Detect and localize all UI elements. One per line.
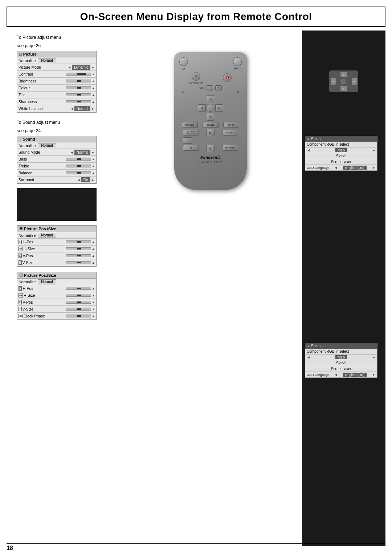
setup-title-top: ≡ Setup — [305, 136, 377, 142]
vpos-row-2: □ V-Pos ▲ — [17, 299, 96, 306]
vol-minus-button[interactable]: − — [207, 85, 213, 90]
osd-language-top: OSD Language ◄ English (UK) ► — [305, 165, 377, 171]
bottom-border — [7, 543, 385, 544]
picture-normalise-row: Normalise Normal — [17, 57, 96, 64]
brightness-bar: ▲ — [66, 80, 95, 83]
vsize-row-1: ↕ V-Size ▲ — [17, 259, 96, 266]
dpad-illustration: ▲ ▼ ◄ ► — [329, 70, 358, 92]
pos-size-menu-2: ⊞ Picture Pos./Size Normalise Normal □ H… — [17, 272, 97, 320]
pos-size-2-icon: ⊞ — [19, 273, 23, 278]
picture-mode-left-arrow[interactable]: ◄ — [68, 65, 71, 69]
surround-button[interactable]: ⊕ — [192, 72, 200, 81]
treble-bar: ▲ — [66, 165, 95, 168]
dpad-up[interactable]: ▲ — [207, 95, 214, 103]
hpos-row-2: □ H-Pos ▲ — [17, 285, 96, 292]
osd-left-arrow-top[interactable]: ◄ — [334, 166, 338, 170]
rgb-right-arrow-top[interactable]: ► — [372, 148, 376, 152]
picture-sound-setup-row: PICTURE SOUND SET UP — [179, 122, 242, 128]
setup-button[interactable]: SET UP — [223, 122, 239, 128]
timer-icon-button[interactable]: ⏱ — [207, 145, 215, 152]
signal-label-top: Signal — [305, 153, 377, 159]
pos-size-1-normalise: Normalise Normal — [17, 232, 96, 239]
osd-right-arrow-top[interactable]: ► — [372, 166, 376, 170]
picture-button[interactable]: PICTURE — [182, 122, 198, 128]
pos-size-button[interactable]: PICTUREPOS./SIZE — [183, 130, 199, 135]
dpad-down[interactable]: ▼ — [207, 113, 214, 121]
sound-icon: ♪ — [19, 137, 21, 141]
dpad: ▲ ▼ ◄ ► — [198, 95, 223, 121]
picture-label-line2: see page 26 — [17, 42, 119, 49]
mute-button[interactable]: 🔇 — [223, 73, 232, 82]
sound-button[interactable]: SOUND — [203, 122, 219, 128]
input-button[interactable] — [233, 57, 242, 66]
setup-menu-1-container: ≡ Setup Component/RGB-in select ◄ RGB ► … — [302, 132, 385, 171]
right-dark-top: ▲ ▼ ◄ ► — [302, 31, 385, 132]
treble-row: Treble ▲ — [17, 163, 96, 170]
left-dark-section — [17, 188, 97, 221]
hsize-row-1: ⇔ H-Size ▲ — [17, 246, 96, 252]
aspect-button[interactable]: ASPECT — [222, 130, 238, 135]
sub-label: PLASMA DISPLAY — [179, 161, 242, 163]
rgb-left-arrow-bottom[interactable]: ◄ — [307, 355, 310, 359]
setup-icon-bottom: ≡ — [307, 344, 310, 348]
screensaver-label-bottom: Screensaver — [305, 366, 377, 372]
white-balance-right-arrow[interactable]: ► — [91, 107, 95, 111]
rgb-left-arrow-top[interactable]: ◄ — [307, 148, 310, 152]
white-balance-left-arrow[interactable]: ◄ — [70, 107, 74, 111]
screensaver-label-top: Screensaver — [305, 159, 377, 165]
contrast-bar: ▲ — [66, 73, 95, 76]
picture-menu-title: □ Picture — [17, 51, 96, 57]
brightness-row: Brightness ▲ — [17, 78, 96, 85]
sharpness-row: Sharpness ▲ — [17, 98, 96, 105]
arc-button[interactable]: ⌒ — [183, 137, 192, 144]
dpad-left[interactable]: ◄ — [198, 104, 206, 112]
setup-icon-top: ≡ — [307, 137, 310, 141]
picture-menu: □ Picture Normalise Normal Picture Mode … — [17, 51, 97, 113]
pos-size-icon: ⊞ — [19, 226, 23, 231]
pos-size-2-normalise: Normalise Normal — [17, 279, 96, 285]
power-button[interactable] — [179, 57, 188, 66]
dpad-right[interactable]: ► — [215, 104, 223, 112]
sound-label-line2: see page 24 — [17, 127, 119, 134]
sound-mode-left-arrow[interactable]: ◄ — [70, 150, 74, 154]
setup-menu-2-container: ≡ Setup Component/RGB-in select ◄ RGB ► … — [302, 339, 385, 378]
picture-mode-right-arrow[interactable]: ► — [91, 65, 95, 69]
pc-button[interactable]: PC — [183, 145, 199, 151]
bass-row: Bass ▲ — [17, 156, 96, 163]
balance-bar: ▲ — [66, 171, 95, 175]
osd-left-arrow-bottom[interactable]: ◄ — [334, 373, 338, 377]
surround-right-arrow[interactable]: ► — [91, 178, 95, 182]
rgb-right-arrow-bottom[interactable]: ► — [372, 355, 376, 359]
remote-control: ⏻ INPUT ⊕ SURROUND 🔇 — [174, 52, 247, 190]
right-dark-mid — [302, 171, 385, 339]
volume-row: VOL − + — [179, 85, 242, 90]
dpad-center-illus — [341, 79, 346, 84]
component-value-top: ◄ RGB ► — [305, 147, 377, 153]
component-label-top: Component/RGB-in select — [305, 142, 377, 147]
component-label-bottom: Component/RGB-in select — [305, 349, 377, 355]
aspect-icon-button[interactable]: ⊞ — [207, 129, 215, 136]
setup-title-bottom: ≡ Setup — [305, 343, 377, 349]
page-title: On-Screen Menu Display from Remote Contr… — [15, 11, 377, 23]
right-dark-bottom — [302, 378, 385, 546]
sound-mode-right-arrow[interactable]: ► — [91, 150, 95, 154]
off-timer-button[interactable]: OFF TIMER — [222, 145, 238, 151]
signal-label-bottom: Signal — [305, 360, 377, 366]
picture-icon: □ — [19, 52, 22, 56]
dpad-center[interactable] — [207, 104, 215, 112]
osd-right-arrow-bottom[interactable]: ► — [372, 373, 376, 377]
sound-section-label: To Sound adjust menu see page 24 — [17, 119, 119, 134]
vol-plus-button[interactable]: + — [215, 85, 222, 90]
brand-label: Panasonic — [179, 154, 242, 160]
setup-menu-bottom: ≡ Setup Component/RGB-in select ◄ RGB ► … — [305, 343, 377, 378]
clock-phase-row: ⊕ Clock Phase ▲ — [17, 313, 96, 320]
surround-left-arrow[interactable]: ◄ — [77, 178, 81, 182]
colour-bar: ▲ — [66, 86, 95, 90]
surround-mute-row: ⊕ SURROUND 🔇 — [179, 72, 242, 84]
pos-size-2-title: ⊞ Picture Pos./Size — [17, 272, 96, 279]
sound-label-line1: To Sound adjust menu — [17, 119, 119, 126]
vpos-row-1: □ V-Pos ▲ — [17, 252, 96, 259]
picture-label-line1: To Picture adjust menu — [17, 34, 119, 41]
hsize-row-2: ⇔ H-Size ▲ — [17, 292, 96, 299]
sound-mode-row: Sound Mode ◄ Normal ► — [17, 149, 96, 156]
